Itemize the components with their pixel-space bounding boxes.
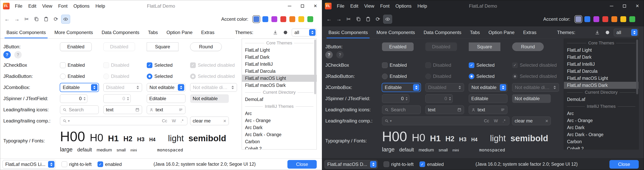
theme-item[interactable]: Arc [564, 110, 638, 117]
minimize-button[interactable] [605, 0, 618, 12]
chevron-down-icon[interactable]: ▾ [390, 119, 392, 123]
checkbox-enabled[interactable] [60, 62, 66, 68]
theme-item[interactable]: FlatLaf Darcula [242, 68, 316, 75]
theme-item[interactable]: Cobalt 2 [242, 145, 316, 149]
radio-enabled[interactable] [60, 74, 66, 79]
menu-options[interactable]: Options [70, 2, 92, 10]
forward-button[interactable]: → [334, 15, 343, 24]
tab-extras[interactable]: Extras [197, 26, 219, 38]
tab-option-pane[interactable]: Option Pane [484, 26, 519, 38]
theme-filter-combobox[interactable]: all [292, 29, 317, 36]
theme-item[interactable]: FlatLaf macOS Dark [242, 82, 316, 89]
theme-item[interactable]: Carbon [242, 138, 316, 145]
accent-swatch-5[interactable] [611, 16, 617, 22]
menu-edit[interactable]: Edit [26, 2, 39, 10]
menu-view[interactable]: View [39, 2, 55, 10]
enabled-button[interactable]: Enabled [382, 43, 414, 51]
theme-item[interactable]: Arc Dark [242, 124, 316, 131]
user-field[interactable]: text [147, 105, 186, 114]
clear-me-field[interactable]: clear me × [512, 117, 551, 125]
chevron-down-icon[interactable]: ▾ [68, 119, 70, 123]
close-window-button[interactable]: ✕ [309, 0, 322, 12]
accent-swatch-4[interactable] [280, 16, 286, 22]
tab-data-components[interactable]: Data Components [97, 26, 144, 38]
theme-filter-combobox[interactable]: all [614, 29, 639, 36]
scrollbar[interactable] [636, 39, 638, 149]
menu-font[interactable]: Font [55, 2, 70, 10]
editable-combobox[interactable]: Editable [382, 83, 421, 92]
theme-item[interactable]: Cobalt 2 [564, 145, 638, 149]
tab-basic-components[interactable]: Basic Components [2, 26, 50, 38]
minimize-button[interactable] [283, 0, 296, 12]
accent-swatch-1[interactable] [254, 16, 259, 22]
laf-combobox[interactable]: FlatLaf macOS D... [324, 160, 378, 169]
enabled-button[interactable]: Enabled [60, 43, 92, 51]
tab-more-components[interactable]: More Components [50, 26, 97, 38]
accent-swatch-4[interactable] [602, 16, 608, 22]
checkbox-enabled[interactable] [382, 62, 388, 68]
download-theme-button[interactable] [594, 29, 601, 36]
tab-tabs[interactable]: Tabs [144, 26, 162, 38]
search-field[interactable]: Search [382, 105, 421, 114]
accent-swatch-3[interactable] [594, 16, 599, 22]
accent-swatch-6[interactable] [298, 16, 304, 22]
theme-item[interactable]: Arc Dark - Orange [564, 131, 638, 138]
whole-words-toggle[interactable]: W [170, 118, 178, 123]
checkbox[interactable] [384, 161, 389, 167]
right-to-left-checkbox[interactable]: right-to-left [384, 161, 414, 167]
regex-toggle[interactable]: .* [501, 118, 507, 123]
eye-toggle-button[interactable] [383, 15, 392, 24]
help-button[interactable]: ? [3, 51, 11, 59]
copy-button[interactable] [354, 15, 363, 24]
theme-item[interactable]: FlatLaf macOS Light [242, 75, 316, 82]
right-to-left-checkbox[interactable]: right-to-left [62, 161, 92, 167]
scrollbar-thumb[interactable] [636, 40, 638, 94]
back-button[interactable]: ← [324, 15, 334, 24]
spinner-arrows-icon[interactable] [84, 97, 86, 100]
checkbox[interactable] [98, 161, 103, 167]
round-button[interactable]: Round [512, 43, 544, 51]
checkbox[interactable] [62, 161, 67, 167]
menu-options[interactable]: Options [392, 2, 414, 10]
radio-selected[interactable] [147, 74, 152, 79]
round-button[interactable]: Round [190, 43, 222, 51]
square-button[interactable]: Square [469, 43, 500, 51]
radio-enabled[interactable] [382, 74, 388, 79]
theme-item[interactable]: FlatLaf Light [242, 47, 316, 54]
back-button[interactable]: ← [2, 15, 12, 24]
radio-selected[interactable] [469, 74, 474, 79]
search-options-field[interactable]: ▾ Cc W .* [382, 117, 510, 125]
theme-item[interactable]: FlatLaf Darcula [564, 68, 638, 75]
noneditable-combobox[interactable]: Not editable [469, 83, 508, 92]
theme-item[interactable]: FlatLaf macOS Light [564, 75, 638, 82]
editable-textfield[interactable]: Editable [147, 94, 186, 103]
theme-item[interactable]: FlatLaf IntelliJ [242, 61, 316, 68]
scrollbar-thumb[interactable] [314, 40, 316, 94]
accent-swatch-3[interactable] [272, 16, 277, 22]
accent-swatch-1[interactable] [576, 16, 581, 22]
close-dialog-button[interactable]: Close [610, 160, 639, 169]
menu-file[interactable]: File [334, 2, 348, 10]
theme-item[interactable]: Carbon [564, 138, 638, 145]
theme-item[interactable]: Arc - Orange [564, 117, 638, 124]
square-button[interactable]: Square [147, 43, 178, 51]
laf-combobox[interactable]: FlatLaf macOS Li... [2, 160, 56, 169]
spinner-arrows-icon[interactable] [406, 97, 408, 100]
maximize-button[interactable] [296, 0, 309, 12]
theme-item[interactable]: Arc Dark - Orange [242, 131, 316, 138]
close-window-button[interactable]: ✕ [631, 0, 644, 12]
tab-option-pane[interactable]: Option Pane [162, 26, 197, 38]
enabled-checkbox[interactable]: enabled [98, 161, 122, 167]
theme-item[interactable]: Arc - Orange [242, 117, 316, 124]
search-options-field[interactable]: ▾ Cc W .* [60, 117, 188, 125]
accent-swatch-5[interactable] [289, 16, 295, 22]
noneditable-combobox[interactable]: Not editable [147, 83, 186, 92]
theme-item[interactable]: DemoLaf [242, 96, 316, 103]
calendar-field[interactable]: text [425, 105, 464, 114]
whole-words-toggle[interactable]: W [492, 118, 500, 123]
calendar-field[interactable]: text [103, 105, 142, 114]
editable-combobox[interactable]: Editable [60, 83, 99, 92]
accent-swatch-2[interactable] [584, 16, 590, 22]
clear-me-field[interactable]: clear me × [190, 117, 229, 125]
menu-font[interactable]: Font [377, 2, 392, 10]
